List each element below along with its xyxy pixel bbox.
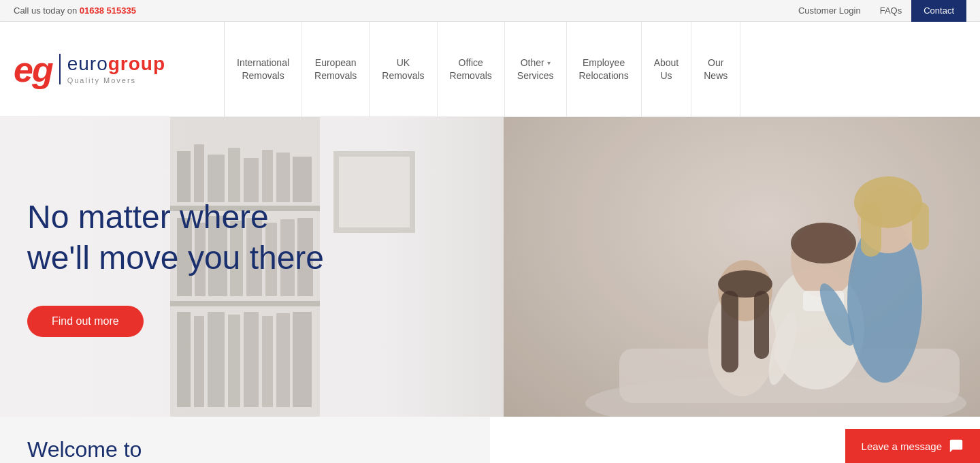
svg-rect-45 xyxy=(504,117,980,417)
phone-info: Call us today on 01638 515335 xyxy=(14,5,136,16)
hero-section: No matter where we'll move you there Fin… xyxy=(0,117,980,417)
logo-e: e xyxy=(14,50,32,89)
bottom-section: Welcome to E xyxy=(0,417,980,463)
nav-office-removals[interactable]: Office Removals xyxy=(438,22,505,116)
faqs-link[interactable]: FAQs xyxy=(870,5,912,16)
find-out-more-button[interactable]: Find out more xyxy=(27,306,144,337)
family-photo-area xyxy=(504,117,980,417)
logo-g: g xyxy=(32,50,52,89)
logo-group: group xyxy=(108,53,165,74)
nav-european-removals[interactable]: European Removals xyxy=(302,22,370,116)
nav-our-news[interactable]: Our News xyxy=(691,22,740,116)
logo-euro: euro xyxy=(67,53,108,74)
top-bar: Call us today on 01638 515335 Customer L… xyxy=(0,0,980,22)
family-svg xyxy=(504,117,980,417)
logo-name-line: eurogroup xyxy=(67,54,165,75)
svg-rect-8 xyxy=(262,150,273,202)
welcome-section: Welcome to E xyxy=(0,417,490,463)
logo-text-block: eurogroup Quality Movers xyxy=(59,54,165,84)
svg-rect-9 xyxy=(276,153,290,202)
svg-rect-5 xyxy=(208,155,225,202)
svg-rect-7 xyxy=(244,158,259,202)
logo-tagline: Quality Movers xyxy=(67,76,165,84)
header: eg eurogroup Quality Movers Internationa… xyxy=(0,22,980,117)
nav-international-removals[interactable]: International Removals xyxy=(225,22,302,116)
nav-about-us[interactable]: About Us xyxy=(642,22,692,116)
logo-eg-letters: eg xyxy=(14,49,52,90)
leave-message-button[interactable]: Leave a message xyxy=(845,429,980,463)
svg-rect-3 xyxy=(177,151,191,202)
svg-rect-4 xyxy=(194,144,204,202)
hero-headline: No matter where we'll move you there xyxy=(27,197,324,278)
welcome-title: Welcome to xyxy=(27,437,463,462)
hero-content: No matter where we'll move you there Fin… xyxy=(0,197,324,337)
main-nav: International Removals European Removals… xyxy=(225,22,966,116)
nav-other-services[interactable]: Other ▾ Services xyxy=(505,22,567,116)
call-text: Call us today on xyxy=(14,5,80,16)
top-bar-links: Customer Login FAQs Contact xyxy=(789,0,966,22)
logo-area[interactable]: eg eurogroup Quality Movers xyxy=(14,22,225,116)
nav-uk-removals[interactable]: UK Removals xyxy=(370,22,437,116)
nav-employee-relocations[interactable]: Employee Relocations xyxy=(567,22,642,116)
chat-icon xyxy=(949,438,964,453)
svg-rect-10 xyxy=(293,157,312,202)
picture-frame xyxy=(333,151,415,233)
svg-rect-6 xyxy=(228,148,240,202)
contact-button[interactable]: Contact xyxy=(911,0,966,22)
phone-link[interactable]: 01638 515335 xyxy=(80,5,136,16)
customer-login-link[interactable]: Customer Login xyxy=(789,5,870,16)
dropdown-arrow-icon: ▾ xyxy=(547,59,551,67)
